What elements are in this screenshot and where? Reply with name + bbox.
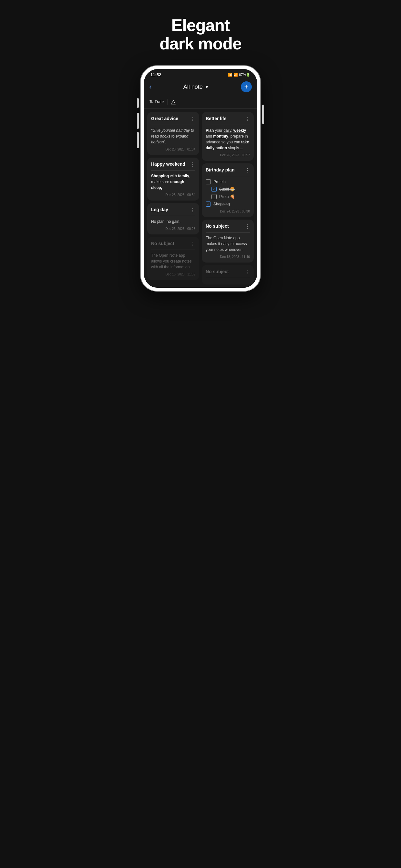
right-column: Better life ⋮ Plan your daily, weekly an… [202,112,254,284]
card-menu-icon[interactable]: ⋮ [245,116,250,122]
card-title: No subject [206,269,229,274]
screen-title: All note [183,84,203,90]
status-icons: 📶 📶 67%🔋 [228,73,251,77]
card-divider [206,232,250,232]
card-menu-icon[interactable]: ⋮ [190,207,195,213]
card-body: Plan your daily, weekly and monthly, pre… [206,128,250,151]
phone-screen: 11:52 📶 📶 67%🔋 ‹ All note ▼ + [144,69,257,288]
card-divider [151,216,195,216]
card-title: Great advice [151,116,178,121]
checkbox-shopping[interactable] [206,202,211,207]
quote-text: "Give yourself half day to read books to… [151,128,194,144]
headline: Elegant dark mode [159,16,242,53]
signal-icon: 📶 [234,73,238,77]
checklist-item-shopping: Shopping [206,201,250,207]
card-divider [206,278,250,278]
card-header: No subject ⋮ [206,269,250,275]
card-menu-icon[interactable]: ⋮ [190,161,195,167]
card-menu-icon[interactable]: ⋮ [245,223,250,229]
page-wrapper: Elegant dark mode 11:52 📶 📶 67%🔋 ‹ All n [134,6,267,291]
checkbox-pizza[interactable] [212,194,217,199]
sort-icon: ⇅ [149,99,153,104]
battery-text: 67%🔋 [239,73,251,77]
check-label-shopping: Shopping [213,201,230,207]
card-divider [151,170,195,170]
chevron-down-icon[interactable]: ▼ [205,84,209,89]
check-label-sushi: Sushi 🍔 [219,186,235,192]
bold-plan: Plan [206,128,214,133]
bold-family: family [178,174,189,178]
status-bar: 11:52 📶 📶 67%🔋 [144,69,257,79]
bold-monthly: monthly [213,134,228,138]
card-great-advice[interactable]: Great advice ⋮ "Give yourself half day t… [147,112,199,155]
status-time: 11:52 [150,72,161,77]
card-divider [206,176,250,176]
mute-button [137,98,139,108]
bold-shopping: Shopping [151,174,169,178]
card-title: No subject [151,241,174,246]
back-button[interactable]: ‹ [149,83,151,91]
card-date: Dec 24, 2023 . 00:30 [206,210,250,213]
check-label-protein: Protein [213,179,226,185]
card-date: Dec 18, 2023 . 11:40 [206,255,250,259]
card-divider [151,125,195,125]
card-leg-day[interactable]: Leg day ⋮ No plan, no gain. Dec 23, 2023… [147,203,199,235]
check-label-pizza: Pizza 🍕 [219,194,235,199]
wifi-icon: 📶 [228,73,233,77]
card-menu-icon[interactable]: ⋮ [245,167,250,174]
top-bar: ‹ All note ▼ + [144,79,257,96]
card-title: Leg day [151,207,168,212]
card-better-life[interactable]: Better life ⋮ Plan your daily, weekly an… [202,112,254,161]
card-header: Great advice ⋮ [151,116,195,122]
card-date: Dec 26, 2023 . 00:57 [206,153,250,157]
notes-grid: Great advice ⋮ "Give yourself half day t… [144,109,257,288]
card-no-subject-right2[interactable]: No subject ⋮ [202,265,254,284]
checkbox-sushi[interactable] [212,187,217,192]
card-title: Better life [206,116,227,121]
card-header: No subject ⋮ [206,223,250,229]
bold-sleep: enough sleep [151,180,184,190]
filter-bar: ⇅ Date △ [144,96,257,109]
headline-line1: Elegant [172,16,230,35]
add-note-button[interactable]: + [241,82,252,92]
card-header: Happy weekend ⋮ [151,161,195,167]
power-button [262,104,264,124]
card-header: Birthday plan ⋮ [206,167,250,174]
checklist: Protein Sushi 🍔 Pizza 🍕 [206,179,250,207]
card-date: Dec 25, 2023 . 00:54 [151,193,195,197]
card-date: Dec 16, 2023 . 11:39 [151,273,195,276]
card-divider [151,250,195,250]
sort-button[interactable]: ⇅ Date [149,99,164,104]
card-menu-icon[interactable]: ⋮ [245,269,250,275]
title-row: All note ▼ [183,84,209,90]
bold-action: take daily action [206,140,249,150]
card-title: Birthday plan [206,167,235,173]
card-body: Shopping with family, make sure enough s… [151,173,195,190]
card-divider [206,125,250,125]
card-header: Leg day ⋮ [151,207,195,213]
underline-daily: daily [223,128,231,133]
card-no-subject-right[interactable]: No subject ⋮ The Open Note app makes it … [202,220,254,262]
card-menu-icon[interactable]: ⋮ [190,241,195,247]
left-column: Great advice ⋮ "Give yourself half day t… [147,112,199,284]
card-body: No plan, no gain. [151,219,195,224]
plus-icon: + [244,83,249,91]
card-date: Dec 23, 2023 . 00:28 [151,227,195,230]
phone-shell: 11:52 📶 📶 67%🔋 ‹ All note ▼ + [141,66,260,291]
card-body: The Open Note app makes it easy to acces… [206,235,250,252]
card-happy-weekend[interactable]: Happy weekend ⋮ Shopping with family, ma… [147,158,199,200]
headline-line2: dark mode [159,34,242,53]
vol-down-button [137,132,139,148]
checklist-item-protein: Protein [206,179,250,185]
checkbox-protein[interactable] [206,179,211,184]
card-header: No subject ⋮ [151,241,195,247]
filter-divider [167,99,168,104]
card-no-subject-left[interactable]: No subject ⋮ The Open Note app allows yo… [147,237,199,280]
card-title: No subject [206,223,229,228]
card-menu-icon[interactable]: ⋮ [190,116,195,122]
sort-label: Date [155,99,164,104]
filter-icon[interactable]: △ [171,98,176,105]
checklist-item-sushi: Sushi 🍔 [212,186,250,192]
vol-up-button [137,113,139,129]
card-birthday-plan[interactable]: Birthday plan ⋮ Protein Sushi 🍔 [202,163,254,217]
